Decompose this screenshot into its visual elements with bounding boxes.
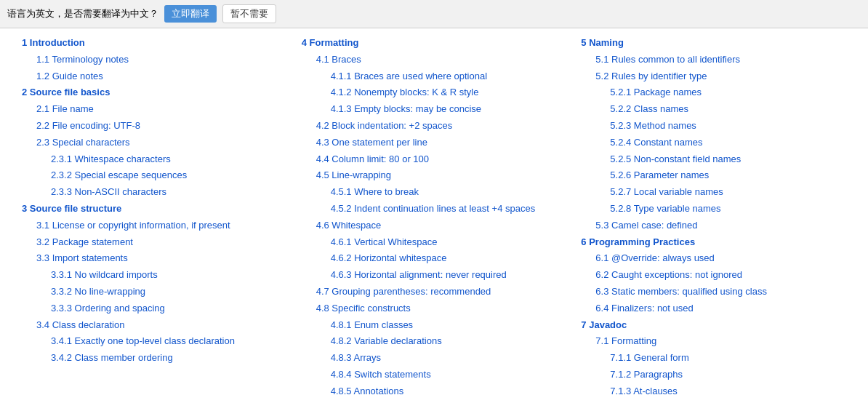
column-2: 4 Formatting4.1 Braces4.1.1 Braces are u… — [294, 36, 574, 403]
toc-link[interactable]: 5.2.7 Local variable names — [610, 186, 723, 197]
toc-link[interactable]: 3.4.2 Class member ordering — [51, 352, 173, 363]
toc-link[interactable]: 2.3.1 Whitespace characters — [51, 153, 171, 164]
toc-link[interactable]: 4.8.1 Enum classes — [331, 319, 413, 330]
toc-link[interactable]: 6 Programming Practices — [581, 236, 695, 247]
toc-link[interactable]: 5.1 Rules common to all identifiers — [595, 54, 740, 65]
toc-link[interactable]: 5 Naming — [581, 37, 624, 48]
toc-link[interactable]: 5.3 Camel case: defined — [595, 220, 697, 231]
list-item: 5.2.3 Method names — [581, 119, 846, 134]
toc-link[interactable]: 1.1 Terminology notes — [36, 54, 129, 65]
toc-link[interactable]: 4.6.3 Horizontal alignment: never requir… — [331, 269, 507, 280]
list-item: 4.8.3 Arrays — [302, 351, 567, 366]
toc-link[interactable]: 7.1 Formatting — [595, 335, 656, 346]
toc-link[interactable]: 6.1 @Override: always used — [595, 252, 715, 263]
list-item: 3.3.1 No wildcard imports — [22, 268, 287, 283]
toc-link[interactable]: 6.4 Finalizers: not used — [595, 303, 693, 314]
toc-link[interactable]: 7.1.1 General form — [610, 352, 688, 363]
list-item: 2.3.2 Special escape sequences — [22, 168, 287, 183]
toc-link[interactable]: 3.3.3 Ordering and spacing — [51, 303, 165, 314]
list-item: 4.1.3 Empty blocks: may be concise — [302, 102, 567, 117]
toc-link[interactable]: 2 Source file basics — [22, 87, 110, 97]
toc-link[interactable]: 7 Javadoc — [581, 319, 627, 330]
list-item: 4.2 Block indentation: +2 spaces — [302, 119, 567, 134]
toc-link[interactable]: 4.1.3 Empty blocks: may be concise — [331, 103, 481, 114]
list-item: 4.5 Line-wrapping — [302, 168, 567, 183]
toc-link[interactable]: 2.3 Special characters — [36, 137, 130, 148]
toc-link[interactable]: 3.3.1 No wildcard imports — [51, 269, 158, 280]
toc-link[interactable]: 2.3.3 Non-ASCII characters — [51, 186, 166, 197]
toc-link[interactable]: 4.1.2 Nonempty blocks: K & R style — [331, 87, 479, 97]
list-item: 4.8.6 Comments — [302, 401, 567, 403]
list-item: 5.2.6 Parameter names — [581, 168, 846, 183]
toc-link[interactable]: 4.3 One statement per line — [316, 137, 427, 148]
list-item: 3.4.2 Class member ordering — [22, 351, 287, 366]
list-item: 5.2.4 Constant names — [581, 135, 846, 151]
list-item: 2 Source file basics — [22, 85, 287, 100]
toc-link[interactable]: 1 Introduction — [22, 37, 85, 48]
list-item: 4.4 Column limit: 80 or 100 — [302, 152, 567, 167]
list-item: 2.3.1 Whitespace characters — [22, 152, 287, 167]
toc-link[interactable]: 1.2 Guide notes — [36, 71, 103, 81]
toc-link[interactable]: 2.2 File encoding: UTF-8 — [36, 120, 140, 131]
list-item: 3.3 Import statements — [22, 251, 287, 266]
toc-link[interactable]: 4.1 Braces — [316, 54, 361, 65]
toc-link[interactable]: 5.2.6 Parameter names — [610, 169, 709, 180]
list-item: 4 Formatting — [302, 36, 567, 51]
toc-link[interactable]: 3.3.2 No line-wrapping — [51, 286, 145, 297]
list-item: 5.2.7 Local variable names — [581, 185, 846, 200]
list-item: 3.4.1 Exactly one top-level class declar… — [22, 334, 287, 349]
toc-link[interactable]: 5.2.1 Package names — [610, 87, 702, 97]
toc-link[interactable]: 4.5 Line-wrapping — [316, 169, 391, 180]
toc-link[interactable]: 4.7 Grouping parentheses: recommended — [316, 286, 491, 297]
toc-link[interactable]: 4.6 Whitespace — [316, 220, 382, 231]
toc-link[interactable]: 5.2.5 Non-constant field names — [610, 153, 741, 164]
toc-link[interactable]: 3.4 Class declaration — [36, 319, 124, 330]
list-item: 4.1 Braces — [302, 52, 567, 68]
list-item: 4.6 Whitespace — [302, 218, 567, 234]
translate-button[interactable]: 立即翻译 — [164, 5, 217, 23]
toc-link[interactable]: 4.8.3 Arrays — [331, 352, 381, 363]
list-item: 2.3 Special characters — [22, 135, 287, 151]
toc-link[interactable]: 4.2 Block indentation: +2 spaces — [316, 120, 453, 131]
toc-link[interactable]: 3.3 Import statements — [36, 252, 128, 263]
toc-link[interactable]: 5.2.4 Constant names — [610, 137, 702, 148]
toc-link[interactable]: 5.2.8 Type variable names — [610, 203, 720, 214]
toc-link[interactable]: 3.4.1 Exactly one top-level class declar… — [51, 335, 235, 346]
toc-link[interactable]: 6.3 Static members: qualified using clas… — [595, 286, 767, 297]
toc-link[interactable]: 7.1.3 At-clauses — [610, 386, 678, 396]
toc-link[interactable]: 7.1.2 Paragraphs — [610, 369, 683, 380]
toc-link[interactable]: 3.1 License or copyright information, if… — [36, 220, 230, 231]
toc-link[interactable]: 2.1 File name — [36, 103, 94, 114]
toc-link[interactable]: 5.2.3 Method names — [610, 120, 696, 131]
toc-link[interactable]: 4.5.1 Where to break — [331, 186, 419, 197]
list-item: 7.1.3 At-clauses — [581, 384, 846, 399]
list-item: 1 Introduction — [22, 36, 287, 51]
toc-link[interactable]: 4.8.5 Annotations — [331, 386, 403, 396]
list-item: 4.6.3 Horizontal alignment: never requir… — [302, 268, 567, 283]
toc-link[interactable]: 4.4 Column limit: 80 or 100 — [316, 153, 429, 164]
list-item: 7.1.2 Paragraphs — [581, 367, 846, 383]
toc-link[interactable]: 3 Source file structure — [22, 203, 121, 214]
toc-link[interactable]: 4.6.1 Vertical Whitespace — [331, 236, 438, 247]
toc-link[interactable]: 4.8 Specific constructs — [316, 303, 411, 314]
toc-link[interactable]: 5.2 Rules by identifier type — [595, 71, 707, 81]
toc-link[interactable]: 5.2.2 Class names — [610, 103, 688, 114]
list-item: 4.5.1 Where to break — [302, 185, 567, 200]
toc-link[interactable]: 4 Formatting — [302, 37, 359, 48]
translation-bar: 语言为英文，是否需要翻译为中文？ 立即翻译 暂不需要 — [0, 0, 868, 28]
list-item: 4.7 Grouping parentheses: recommended — [302, 284, 567, 300]
list-item: 2.3.3 Non-ASCII characters — [22, 185, 287, 200]
toc-link[interactable]: 4.8.4 Switch statements — [331, 369, 431, 380]
toc-link[interactable]: 4.6.2 Horizontal whitespace — [331, 252, 447, 263]
no-translate-button[interactable]: 暂不需要 — [222, 4, 276, 23]
list-item: 6.1 @Override: always used — [581, 251, 846, 266]
toc-link[interactable]: 2.3.2 Special escape sequences — [51, 169, 187, 180]
toc-link[interactable]: 6.2 Caught exceptions: not ignored — [595, 269, 742, 280]
toc-link[interactable]: 4.1.1 Braces are used where optional — [331, 71, 487, 81]
toc-link[interactable]: 4.5.2 Indent continuation lines at least… — [331, 203, 536, 214]
toc-link[interactable]: 4.8.2 Variable declarations — [331, 335, 442, 346]
list-item: 4.3 One statement per line — [302, 135, 567, 151]
toc-link[interactable]: 3.2 Package statement — [36, 236, 133, 247]
list-item: 6.2 Caught exceptions: not ignored — [581, 268, 846, 283]
list-item: 7 Javadoc — [581, 318, 846, 333]
